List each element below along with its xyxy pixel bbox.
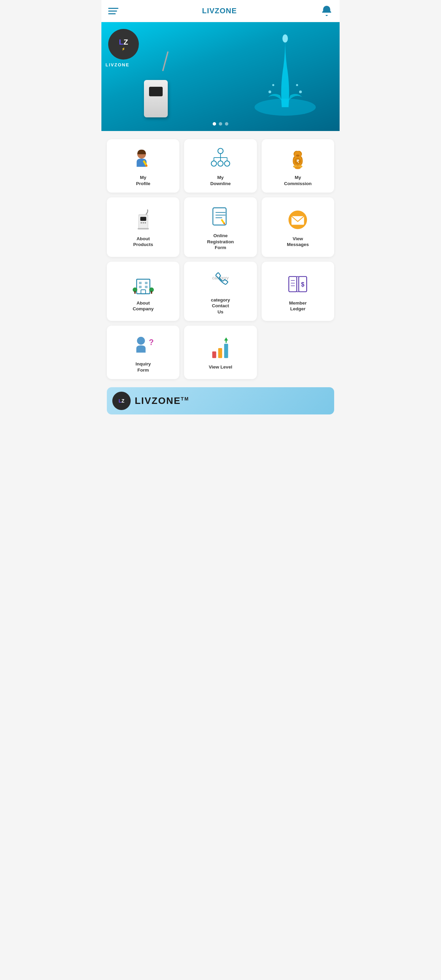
svg-point-30 [145,222,146,224]
carousel-dot-1[interactable] [213,122,216,126]
my-profile-label: MyProfile [136,175,150,186]
svg-rect-63 [224,344,228,358]
svg-rect-62 [218,348,222,358]
view-messages-item[interactable]: ViewMessages [262,197,334,257]
my-downline-item[interactable]: MyDownline [184,139,256,192]
view-messages-label: ViewMessages [287,236,309,248]
my-downline-label: MyDownline [210,175,231,186]
svg-point-17 [218,161,223,166]
banner-logo-lightning: ⚡ [121,47,126,51]
svg-rect-40 [137,279,150,294]
about-products-label: AboutProducts [133,236,153,248]
contact-us-label: categoryContactUs [211,297,230,315]
app-header: LIVZONE [101,0,340,22]
about-company-item[interactable]: AboutCompany [107,262,179,321]
svg-point-3 [299,91,302,93]
hero-banner: LZ ⚡ LIVZONE [101,22,340,131]
carousel-dot-3[interactable] [225,122,228,126]
svg-rect-51 [289,276,297,292]
about-company-icon [131,272,155,296]
svg-point-28 [140,222,142,224]
svg-point-1 [282,34,288,43]
svg-text:$: $ [301,281,304,288]
member-ledger-icon: $ [286,272,310,296]
svg-rect-41 [139,282,142,284]
inquiry-form-icon: ? [131,333,155,357]
my-downline-icon [209,147,232,170]
view-messages-icon [286,208,310,232]
carousel-dot-2[interactable] [219,122,222,126]
menu-grid: MyProfile [107,139,334,379]
online-registration-item[interactable]: OnlineRegistrationForm [184,197,256,257]
notification-bell-icon[interactable] [320,5,333,17]
view-level-icon [209,336,232,360]
member-ledger-item[interactable]: $ MemberLedger [262,262,334,321]
my-commission-label: MyCommission [284,175,312,186]
svg-rect-49 [151,291,152,294]
purifier-body [144,80,168,118]
svg-point-18 [224,161,230,166]
my-profile-icon [131,147,155,170]
about-products-item[interactable]: AboutProducts [107,197,179,257]
inquiry-form-item[interactable]: ? InquiryForm [107,326,179,379]
online-registration-label: OnlineRegistrationForm [207,233,234,251]
view-level-item[interactable]: View Level [184,326,256,379]
menu-grid-section: MyProfile [101,131,340,387]
svg-point-2 [269,91,271,93]
purifier-illustration [142,70,169,118]
app-title: LIVZONE [202,6,237,15]
svg-text:?: ? [149,338,153,347]
water-splash-illustration [251,32,319,121]
contact-us-item[interactable]: category categoryContactUs [184,262,256,321]
banner-livzone-text: LIVZONE [105,62,129,67]
contact-us-icon: category [209,269,232,293]
view-level-label: View Level [209,364,232,370]
svg-point-24 [296,154,299,156]
svg-point-16 [211,161,217,166]
svg-point-59 [137,337,145,345]
inquiry-form-label: InquiryForm [135,361,151,373]
about-products-icon [131,208,155,232]
footer-logo-letters: LZ [118,398,124,404]
footer-brand-banner: LZ LIVZONETM [107,387,334,414]
about-company-label: AboutCompany [133,300,154,312]
svg-rect-44 [145,285,148,288]
svg-point-4 [272,84,274,86]
svg-rect-61 [212,352,217,358]
my-profile-item[interactable]: MyProfile [107,139,179,192]
banner-logo: LZ ⚡ [108,29,139,60]
svg-text:₹: ₹ [296,159,299,164]
svg-rect-42 [145,282,148,284]
svg-rect-31 [137,228,149,229]
svg-rect-27 [140,217,146,221]
trademark-symbol: TM [181,396,189,401]
purifier-screen [149,87,162,96]
footer-logo: LZ [112,392,131,410]
svg-rect-45 [141,290,146,294]
menu-button[interactable] [108,8,118,14]
footer-brand-name: LIVZONETM [135,395,189,406]
member-ledger-label: MemberLedger [289,300,307,312]
online-registration-icon [209,205,232,229]
carousel-dots [213,122,228,126]
svg-point-29 [143,222,144,224]
svg-point-9 [218,148,223,154]
svg-marker-65 [224,337,228,340]
svg-point-23 [295,166,301,169]
my-commission-item[interactable]: ₹ MyCommission [262,139,334,192]
svg-point-5 [296,84,298,86]
svg-rect-43 [139,285,142,288]
my-commission-icon: ₹ [286,147,310,170]
svg-rect-47 [134,291,135,294]
banner-logo-letters: LZ [119,38,128,47]
